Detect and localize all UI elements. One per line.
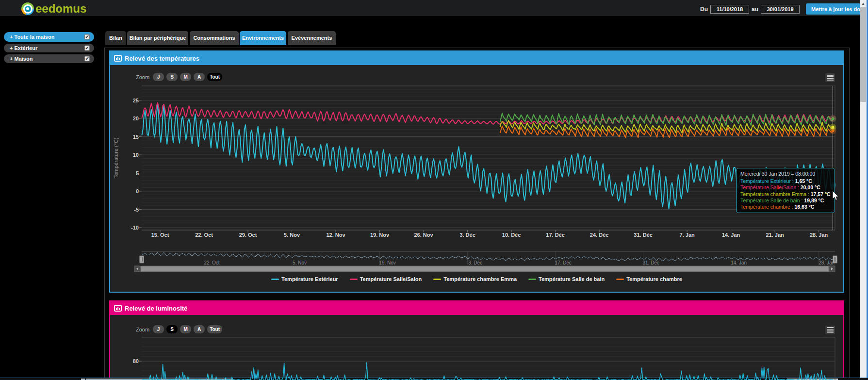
tooltip-row: Température chambre : 16,63 °C [740,204,831,210]
zoom-label: Zoom [136,327,149,332]
temperature-zoom-controls: ZoomJSMATout [136,73,222,81]
date-from-label: Du [700,6,708,13]
legend-label: Température chambre [626,276,682,282]
zoom-button-tout[interactable]: Tout [207,73,222,81]
legend-item[interactable]: Température Extérieur [271,276,338,282]
luminosity-zoom-controls: ZoomJSMATout [136,325,222,333]
tab-environnements[interactable]: Environnements [240,31,286,45]
vertical-scrollbar-thumb[interactable] [860,7,866,102]
brand-name: eedomus [35,2,86,16]
legend-item[interactable]: Température Salle de bain [528,276,605,282]
top-bar: eedomus Du au Mettre à jour les données [0,0,868,16]
luminosity-panel-header: Relevé de luminosité [110,301,843,315]
legend-label: Température Salle de bain [539,276,605,282]
tab-bilan-par-p-riph-rique[interactable]: Bilan par périphérique [127,31,188,45]
legend-label: Température Extérieur [281,276,338,282]
sidebar-item-label: + Toute la maison [10,34,54,40]
sidebar-item-checkbox[interactable]: ✔ [84,46,90,51]
legend-label: Température Salle/Salon [360,276,422,282]
legend-item[interactable]: Température chambre [616,276,682,282]
temperature-panel-header: Relevé des températures [110,51,843,65]
legend-label: Température chambre Emma [443,276,517,282]
zoom-button-a[interactable]: A [194,73,205,81]
date-from-input[interactable] [710,5,749,14]
luminosity-panel: Relevé de luminosité [109,300,844,380]
update-data-button[interactable]: Mettre à jour les données [806,3,868,15]
temperature-panel: Relevé des températures [109,50,844,293]
horizontal-scrollbar[interactable] [0,378,868,380]
tooltip-row: Température Salle de bain : 19,89 °C [740,198,831,204]
zoom-button-j[interactable]: J [153,73,164,81]
legend-marker [350,279,358,280]
zoom-button-a[interactable]: A [194,325,205,333]
zoom-button-m[interactable]: M [180,73,191,81]
zoom-button-j[interactable]: J [153,325,164,333]
chart-tooltip: Mercredi 30 Jan 2019 – 08:00:00 Températ… [736,168,835,213]
date-to-label: au [752,6,758,13]
zoom-button-s[interactable]: S [166,73,178,81]
temperature-chart-menu-icon[interactable] [825,73,835,82]
zoom-button-tout[interactable]: Tout [207,325,222,333]
tab-bilan[interactable]: Bilan [105,31,126,45]
sidebar-item-2[interactable]: + Maison✔ [4,54,94,63]
legend-item[interactable]: Température chambre Emma [433,276,517,282]
tooltip-row: Température Extérieur : 1,65 °C [740,178,831,184]
temperature-panel-title: Relevé des températures [125,55,199,62]
eedomus-logo[interactable]: eedomus [21,2,86,16]
sidebar-item-checkbox[interactable]: ✔ [84,34,90,40]
tooltip-title: Mercredi 30 Jan 2019 – 08:00:00 [740,171,831,177]
bar-chart-icon [114,55,122,62]
bar-chart-icon [114,305,122,312]
scroll-up-icon[interactable]: ▲ [860,0,867,7]
tooltip-row: Température chambre Emma : 17,57 °C [740,191,831,198]
sidebar-item-label: + Maison [10,56,33,62]
tab-ev-vennements[interactable]: Evévennements [288,31,336,45]
zoom-button-s[interactable]: S [166,325,178,333]
sidebar-item-1[interactable]: + Extérieur✔ [4,44,94,52]
luminosity-panel-title: Relevé de luminosité [125,305,187,312]
legend: Température ExtérieurTempérature Salle/S… [110,276,844,282]
sidebar-item-checkbox[interactable]: ✔ [84,56,90,62]
eedomus-logo-icon [21,2,34,15]
tab-consommations[interactable]: Consommations [190,31,239,45]
tooltip-row: Température Salle/Salon : 20,00 °C [740,184,831,191]
zoom-button-m[interactable]: M [180,325,191,333]
zoom-label: Zoom [136,74,149,80]
legend-marker [528,279,536,280]
luminosity-chart-menu-icon[interactable] [825,326,835,334]
legend-item[interactable]: Température Salle/Salon [350,276,422,282]
legend-marker [433,279,441,280]
vertical-scrollbar[interactable]: ▲ [860,0,867,380]
legend-marker [616,279,624,280]
sidebar-item-label: + Extérieur [10,45,37,51]
date-to-input[interactable] [761,5,800,14]
legend-marker [271,279,279,280]
sidebar-item-0[interactable]: + Toute la maison✔ [4,32,94,42]
